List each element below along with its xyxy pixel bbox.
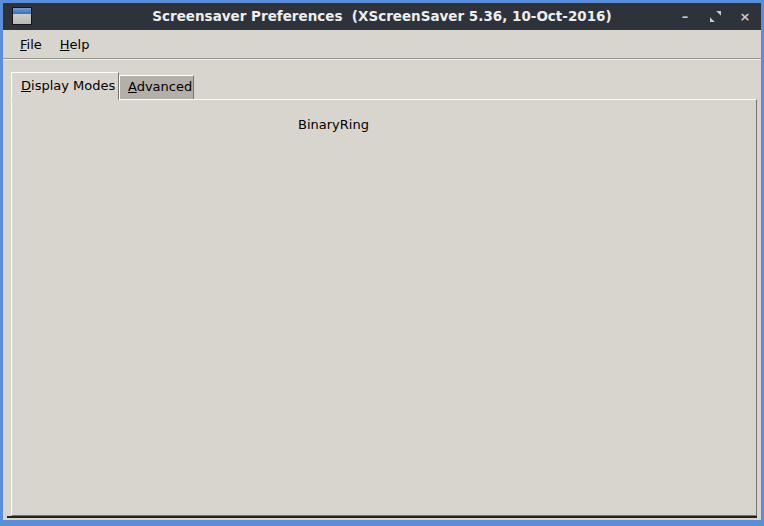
menu-file[interactable]: File — [11, 33, 51, 56]
window-frame: Screensaver Preferences (XScreenSaver 5.… — [0, 0, 764, 526]
tab-advanced-label: Advanced — [128, 79, 192, 94]
display-modes-page — [11, 99, 757, 516]
maximize-icon — [709, 10, 722, 23]
window-bottom-edge — [7, 516, 757, 518]
titlebar[interactable]: Screensaver Preferences (XScreenSaver 5.… — [3, 3, 761, 30]
tab-display-modes-label: Display Modes — [21, 78, 115, 93]
window-controls: – × — [677, 3, 753, 30]
window-title: Screensaver Preferences (XScreenSaver 5.… — [3, 3, 761, 30]
menubar: File Help — [3, 30, 761, 59]
screensaver-preferences-window: Screensaver Preferences (XScreenSaver 5.… — [3, 3, 761, 520]
close-button[interactable]: × — [737, 9, 753, 25]
tab-display-modes[interactable]: Display Modes — [11, 72, 119, 100]
maximize-button[interactable] — [707, 9, 723, 25]
minimize-button[interactable]: – — [677, 9, 693, 25]
menu-help[interactable]: Help — [51, 33, 99, 56]
preview-groupbox-title: BinaryRing — [295, 117, 372, 132]
tab-advanced[interactable]: Advanced — [119, 75, 194, 100]
